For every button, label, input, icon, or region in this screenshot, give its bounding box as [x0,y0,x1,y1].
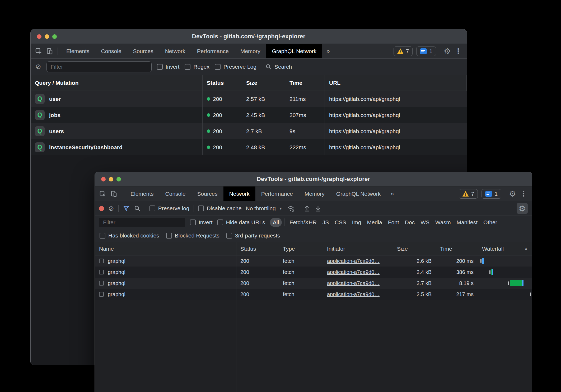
inspect-element-icon[interactable] [99,190,106,198]
warnings-badge[interactable]: ! 7 [394,46,413,56]
checkbox[interactable] [217,220,223,225]
panel-tab[interactable]: Memory [235,44,266,58]
type-filter-chip[interactable]: JS [320,218,332,227]
initiator-link[interactable]: application-a7ca9d0… [327,258,380,264]
column-header[interactable]: Size [393,242,436,255]
throttling-dropdown[interactable]: No throttling ▼ [246,205,283,212]
column-header[interactable]: URL [325,75,467,91]
close-window-button[interactable] [37,34,41,39]
kebab-menu-icon[interactable]: ⋮ [455,47,462,55]
settings-gear-icon[interactable]: ⚙ [444,46,451,56]
checkbox[interactable] [166,233,172,239]
request-filter-checkbox[interactable]: Has blocked cookies [100,232,159,239]
sort-ascending-icon[interactable]: ▲ [524,246,528,251]
checkbox[interactable] [226,233,232,239]
type-filter-chip[interactable]: Doc [402,218,418,227]
close-window-button[interactable] [101,177,106,181]
type-filter-chip[interactable]: All [270,218,282,227]
panel-tab[interactable]: Elements [60,44,95,58]
type-filter-chip[interactable]: Wasm [432,218,454,227]
type-filter-chip[interactable]: Fetch/XHR [287,218,320,227]
panel-tab[interactable]: Network [159,44,191,58]
checkbox[interactable] [215,64,221,70]
type-filter-chip[interactable]: Media [364,218,385,227]
row-checkbox[interactable] [99,281,104,286]
clear-icon[interactable]: ⊘ [35,63,41,71]
graphql-request-row[interactable]: Q jobs 200 2.45 kB 207ms https://gitlab.… [31,107,467,123]
device-toolbar-icon[interactable] [110,190,118,198]
filter-funnel-icon[interactable] [123,205,130,212]
column-header[interactable]: Type [279,242,323,255]
panel-tab[interactable]: GraphQL Network [330,186,386,201]
checkbox[interactable] [149,206,155,211]
inspect-element-icon[interactable] [35,48,42,55]
type-filter-chip[interactable]: WS [418,218,432,227]
column-header[interactable]: Query / Mutation [31,75,203,91]
network-request-row[interactable]: graphql 200 fetch application-a7ca9d0… 2… [95,278,532,289]
panel-tab[interactable]: Sources [191,186,223,201]
network-conditions-icon[interactable] [287,205,295,212]
search-control[interactable]: Search [265,64,292,70]
settings-gear-icon[interactable]: ⚙ [509,189,516,198]
minimize-window-button[interactable] [45,34,49,39]
export-har-icon[interactable] [315,205,321,212]
panel-tab[interactable]: Performance [255,186,299,201]
device-toolbar-icon[interactable] [46,48,53,55]
kebab-menu-icon[interactable]: ⋮ [520,189,527,198]
panel-tab[interactable]: Console [160,186,191,201]
graphql-request-row[interactable]: Q users 200 2.7 kB 9s https://gitlab.com… [31,123,467,139]
row-checkbox[interactable] [99,259,104,263]
column-header[interactable]: Name [95,242,236,255]
window-titlebar[interactable]: DevTools - gitlab.com/-/graphql-explorer [95,172,532,186]
request-filter-checkbox[interactable]: Blocked Requests [166,232,219,239]
type-filter-chip[interactable]: Manifest [454,218,480,227]
checkbox[interactable] [198,206,204,211]
clear-network-log-icon[interactable]: ⊘ [108,204,114,213]
network-request-row[interactable]: graphql 200 fetch application-a7ca9d0… 2… [95,289,532,300]
type-filter-chip[interactable]: CSS [332,218,349,227]
network-request-row[interactable]: graphql 200 fetch application-a7ca9d0… 2… [95,255,532,267]
checkbox[interactable] [157,64,163,70]
more-tabs-button[interactable]: » [322,44,334,58]
type-filter-chip[interactable]: Img [349,218,364,227]
type-filter-chip[interactable]: Font [385,218,402,227]
filter-checkbox[interactable]: Preserve Log [215,64,256,70]
column-header[interactable]: Time [436,242,478,255]
checkbox[interactable] [190,220,196,225]
search-icon[interactable] [134,205,141,212]
network-request-row[interactable]: graphql 200 fetch application-a7ca9d0… 2… [95,267,532,278]
network-filter-input[interactable] [99,218,185,227]
invert-checkbox[interactable]: Invert [190,219,213,226]
type-filter-chip[interactable]: Other [480,218,500,227]
zoom-window-button[interactable] [116,177,121,181]
initiator-link[interactable]: application-a7ca9d0… [327,291,380,297]
column-header[interactable]: Size [242,75,285,91]
panel-tab[interactable]: Performance [191,44,235,58]
import-har-icon[interactable] [303,205,310,212]
preserve-log-checkbox[interactable]: Preserve log [149,205,189,212]
issues-badge[interactable]: 1 [481,189,501,199]
more-tabs-button[interactable]: » [386,186,398,201]
graphql-filter-input[interactable] [46,61,152,72]
initiator-link[interactable]: application-a7ca9d0… [327,280,380,286]
panel-tab[interactable]: Elements [125,186,160,201]
column-header[interactable]: Time [285,75,325,91]
graphql-request-row[interactable]: Q user 200 2.57 kB 211ms https://gitlab.… [31,91,467,107]
record-network-log-button[interactable] [99,206,104,211]
disable-cache-checkbox[interactable]: Disable cache [198,205,242,212]
row-checkbox[interactable] [99,292,104,297]
network-settings-button[interactable]: ⚙ [517,203,528,214]
request-filter-checkbox[interactable]: 3rd-party requests [226,232,280,239]
checkbox[interactable] [100,233,105,239]
column-header[interactable]: Status [236,242,279,255]
warnings-badge[interactable]: ! 7 [459,189,478,199]
filter-checkbox[interactable]: Invert [157,64,180,70]
panel-tab[interactable]: Memory [299,186,330,201]
issues-badge[interactable]: 1 [416,46,436,56]
row-checkbox[interactable] [99,270,104,274]
column-header[interactable]: Status [203,75,242,91]
initiator-link[interactable]: application-a7ca9d0… [327,269,380,275]
panel-tab[interactable]: Sources [127,44,159,58]
panel-tab[interactable]: GraphQL Network [266,44,322,58]
zoom-window-button[interactable] [52,34,57,39]
